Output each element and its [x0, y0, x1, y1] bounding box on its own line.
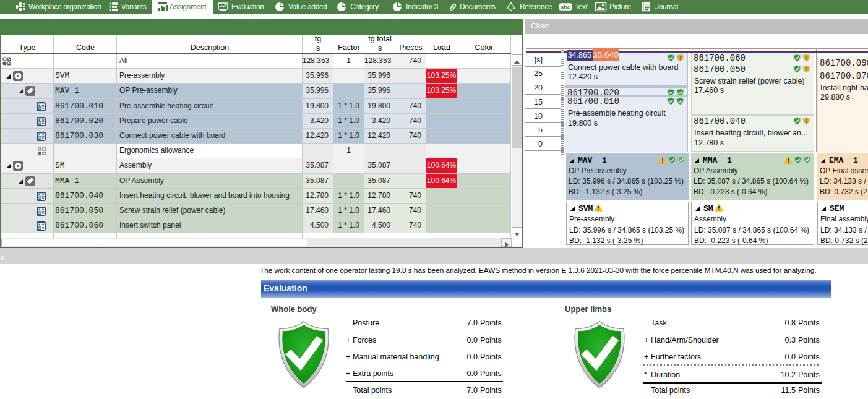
svg-text:abc: abc [561, 4, 570, 11]
